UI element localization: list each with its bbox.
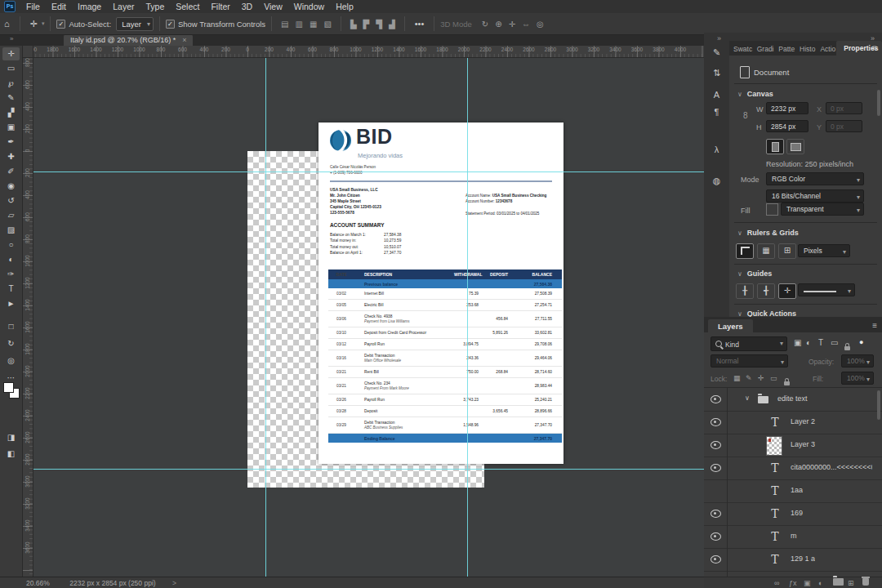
horizontal-guide[interactable]: [33, 172, 704, 172]
brush-tool-icon[interactable]: ✐: [2, 165, 20, 178]
layer-mask-icon[interactable]: ▣: [804, 578, 811, 588]
height-field[interactable]: 2854 px: [766, 120, 808, 132]
guide-option-icon-2[interactable]: ✛: [778, 283, 796, 299]
zoom-tool-icon[interactable]: ◎: [2, 354, 20, 368]
guide-style-dropdown[interactable]: [798, 283, 855, 296]
eraser-tool-icon[interactable]: ▱: [2, 209, 20, 222]
group-expand-icon[interactable]: ∨: [745, 394, 750, 402]
menu-edit[interactable]: Edit: [46, 0, 72, 13]
character-panel-icon[interactable]: A: [704, 90, 729, 100]
dodge-tool-icon[interactable]: ◐: [2, 253, 20, 266]
layer-row[interactable]: TLayer 2: [704, 411, 882, 434]
clone-stamp-tool-icon[interactable]: ◉: [2, 180, 20, 193]
marquee-tool-icon[interactable]: ▭: [2, 62, 20, 75]
filter-type-icon-3[interactable]: ▭: [831, 338, 838, 347]
move-tool-icon[interactable]: ✛: [2, 47, 20, 60]
paragraph-panel-icon[interactable]: ¶: [704, 107, 729, 117]
toggle-pixel-grid-icon[interactable]: ⊞: [778, 243, 796, 259]
layer-row[interactable]: Tcita0000000...<<<<<<<<0 d: [704, 457, 882, 479]
visibility-toggle[interactable]: [704, 457, 728, 479]
screen-mode-icon[interactable]: ◧: [2, 448, 20, 461]
auto-select-checkbox[interactable]: [56, 20, 65, 29]
lock-option-icon-3[interactable]: ▭: [770, 374, 777, 382]
healing-brush-tool-icon[interactable]: ✚: [2, 150, 20, 163]
canvas-area[interactable]: BID Mejorando vidas Calle César Nicolás …: [33, 57, 704, 577]
menu-image[interactable]: Image: [72, 0, 107, 13]
tab-actio[interactable]: Actio: [816, 45, 836, 56]
status-options-arrow[interactable]: >: [172, 579, 176, 587]
link-layers-icon[interactable]: ∞: [774, 578, 779, 588]
blur-tool-icon[interactable]: ○: [2, 238, 20, 252]
bit-depth-dropdown[interactable]: 16 Bits/Channel: [766, 189, 864, 203]
more-options-icon[interactable]: •••: [411, 19, 429, 29]
layer-row[interactable]: ∨edite text: [704, 388, 882, 411]
new-group-icon[interactable]: [833, 578, 844, 588]
rotate-view-tool-icon[interactable]: ↻: [2, 337, 20, 350]
home-icon[interactable]: ⌂: [0, 19, 14, 29]
toggle-grid-icon[interactable]: ▦: [757, 243, 775, 259]
layer-row[interactable]: T1aa: [704, 479, 882, 502]
show-transform-checkbox[interactable]: [166, 20, 175, 29]
layer-effects-icon[interactable]: ƒx: [789, 578, 797, 588]
vertical-guide[interactable]: [467, 57, 468, 577]
visibility-toggle[interactable]: [704, 525, 728, 548]
tab-patte[interactable]: Patte: [774, 45, 795, 56]
distribute-icon-3[interactable]: ▟: [385, 20, 399, 29]
properties-scrollbar[interactable]: [877, 90, 880, 116]
panel-menu-icon[interactable]: ≡: [872, 43, 877, 52]
visibility-toggle[interactable]: [704, 479, 728, 502]
tab-swatc[interactable]: Swatc: [729, 45, 753, 56]
rulers-grids-section-header[interactable]: Rulers & Grids: [737, 229, 799, 237]
layer-filter-dropdown[interactable]: Kind ▾: [710, 336, 787, 351]
layer-row[interactable]: Tm: [704, 525, 882, 548]
align-icon-3[interactable]: ▧: [320, 20, 334, 29]
menu-type[interactable]: Type: [140, 0, 170, 13]
gradient-tool-icon[interactable]: ▨: [2, 224, 20, 237]
foreground-color-swatch[interactable]: [3, 382, 14, 393]
distribute-icon-0[interactable]: ▙: [347, 20, 360, 29]
delete-layer-icon[interactable]: [862, 578, 869, 588]
visibility-toggle[interactable]: [704, 502, 728, 525]
fill-swatch[interactable]: [766, 203, 778, 216]
panel-menu-icon[interactable]: ≡: [872, 321, 877, 330]
link-dimensions-icon[interactable]: 8: [743, 111, 748, 120]
ruler-units-dropdown[interactable]: Pixels: [798, 244, 850, 257]
chevron-down-icon[interactable]: ▾: [42, 20, 45, 27]
visibility-toggle[interactable]: [704, 388, 728, 411]
filter-type-icon-0[interactable]: ▣: [794, 338, 801, 347]
align-icon-1[interactable]: ▥: [292, 20, 306, 29]
shape-tool-icon[interactable]: □: [2, 320, 20, 333]
tab-histo[interactable]: Histo: [795, 45, 816, 56]
eyedropper-tool-icon[interactable]: ✒: [2, 136, 20, 149]
align-icon-2[interactable]: ▦: [306, 20, 320, 29]
color-mode-dropdown[interactable]: RGB Color: [766, 172, 864, 185]
guides-section-header[interactable]: Guides: [737, 270, 772, 278]
layer-row[interactable]: Layer 3: [704, 434, 882, 457]
color-swatches[interactable]: [3, 382, 19, 399]
menu-layer[interactable]: Layer: [107, 0, 140, 13]
quick-mask-icon[interactable]: ◨: [2, 431, 20, 444]
vertical-guide[interactable]: [265, 57, 266, 577]
frame-tool-icon[interactable]: ▣: [2, 121, 20, 134]
toggle-rulers-icon[interactable]: [736, 243, 754, 259]
quick-selection-tool-icon[interactable]: ✎: [2, 91, 20, 105]
visibility-toggle[interactable]: [704, 411, 728, 434]
layer-row[interactable]: T129 1 a: [704, 548, 882, 571]
crop-tool-icon[interactable]: ▞: [2, 106, 20, 119]
filter-lock-icon[interactable]: [844, 339, 850, 354]
filter-toggle-icon[interactable]: ●: [859, 338, 863, 346]
canvas-section-header[interactable]: Canvas: [737, 90, 773, 98]
menu-file[interactable]: File: [20, 0, 46, 13]
layers-tab[interactable]: Layers: [708, 319, 753, 333]
move-tool-preset-icon[interactable]: ✛: [26, 19, 42, 29]
lock-option-icon-0[interactable]: ▦: [733, 374, 741, 382]
brushes-icon[interactable]: ⇅: [704, 68, 729, 78]
toolbar-collapse-icon[interactable]: »: [10, 35, 14, 42]
visibility-toggle[interactable]: [704, 434, 728, 457]
glyphs-panel-icon[interactable]: λ: [704, 145, 729, 154]
guide-option-icon-0[interactable]: ╂: [736, 283, 754, 299]
width-field[interactable]: 2232 px: [766, 102, 808, 114]
document-tab[interactable]: Italy id.psd @ 20.7% (RGB/16) *×: [64, 34, 193, 46]
zoom-level[interactable]: 20.66%: [26, 579, 50, 587]
path-select-tool-icon[interactable]: ►: [2, 297, 20, 310]
